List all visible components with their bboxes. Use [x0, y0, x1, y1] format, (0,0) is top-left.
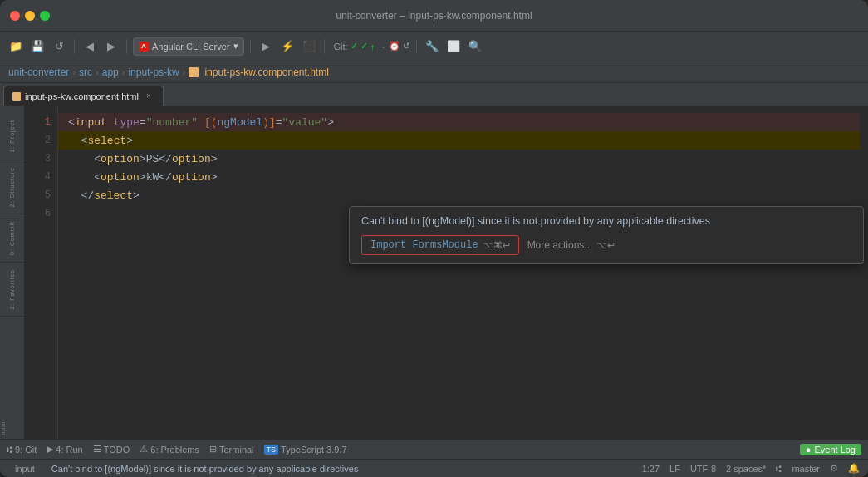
sidebar-section-project: 1: Project [0, 113, 24, 160]
build-icon[interactable]: ⚡ [278, 37, 297, 56]
more-actions-button[interactable]: More actions... ⌥↩ [527, 239, 615, 251]
code-indent [68, 135, 81, 147]
code-bracket3: > [126, 135, 133, 147]
bottom-right-status: 1:27 LF UTF-8 2 spaces* ⑆ master ⚙ 🔔 [642, 463, 860, 474]
dropdown-icon: ▾ [233, 41, 238, 52]
run-status[interactable]: ▶ 4: Run [47, 444, 82, 455]
code-close-bracket: > [327, 116, 334, 129]
indent-label[interactable]: 2 spaces* [726, 464, 766, 474]
sep1 [74, 39, 75, 54]
sidebar-npm-label[interactable]: npm [0, 418, 25, 439]
primary-kbd-hint: ⌥⌘↩ [483, 240, 510, 251]
code-space [107, 116, 114, 129]
main-area: 1: Project 2: Structure 0: Commit 2: Fav… [0, 106, 868, 439]
sep5 [416, 39, 417, 54]
typescript-status[interactable]: TS TypeScript 3.9.7 [264, 445, 347, 455]
error-popup-text: Can't bind to [(ngModel)] since it is no… [361, 215, 851, 227]
code-str-value: "value" [282, 116, 328, 129]
code-indent3 [68, 153, 94, 165]
left-sidebar: 1: Project 2: Structure 0: Commit 2: Fav… [0, 106, 25, 439]
breadcrumb-file[interactable]: input-ps-kw.component.html [204, 66, 328, 78]
minimize-button[interactable] [25, 11, 35, 21]
statusbar: ⑆ 9: Git ▶ 4: Run ☰ TODO ⚠ 6: Problems ⊞… [0, 439, 868, 459]
run-icon[interactable]: ▶ [257, 37, 275, 56]
code-line-3[interactable]: <option>PS</option> [58, 150, 860, 168]
git-status[interactable]: ⑆ 9: Git [7, 445, 37, 455]
notifications-icon[interactable]: 🔔 [848, 463, 860, 474]
breadcrumb-project[interactable]: unit-converter [8, 66, 69, 78]
error-popup: Can't bind to [(ngModel)] since it is no… [349, 206, 864, 264]
code-ps: PS [146, 153, 159, 165]
position-label[interactable]: 1:27 [642, 464, 660, 474]
code-b12: </ [81, 189, 95, 202]
code-option1-close: option [172, 153, 211, 165]
close-button[interactable] [10, 11, 20, 21]
problems-icon: ⚠ [140, 444, 148, 455]
sidebar-favorites-label[interactable]: 2: Favorites [9, 269, 15, 310]
import-formsmodule-button[interactable]: Import FormsModule ⌥⌘↩ [361, 235, 519, 255]
window-icon[interactable]: ⬜ [444, 37, 463, 56]
file-icon [189, 67, 199, 77]
sidebar-project-label[interactable]: 1: Project [9, 120, 15, 153]
code-attr-type: type [114, 116, 140, 129]
bottom-input-label: input [15, 464, 35, 474]
git-section: Git: ✓ ✓ ↑ → ⏰ ↺ [334, 41, 411, 52]
folder-icon[interactable]: 📁 [7, 37, 25, 56]
terminal-status[interactable]: ⊞ Terminal [209, 444, 254, 455]
refresh-icon[interactable]: ↺ [50, 37, 68, 56]
fwd-btn[interactable]: ▶ [102, 37, 120, 56]
code-b13: > [133, 189, 140, 202]
right-scrollbar[interactable] [860, 106, 868, 439]
code-b9: > [140, 171, 146, 184]
breadcrumb-input-ps-kw[interactable]: input-ps-kw [128, 66, 179, 78]
code-line-4[interactable]: <option>kW</option> [58, 168, 860, 186]
todo-icon: ☰ [93, 444, 101, 455]
line-number-2: 2 [25, 131, 57, 150]
active-tab[interactable]: input-ps-kw.component.html × [3, 86, 164, 106]
event-log-button[interactable]: ● Event Log [800, 444, 861, 455]
save-icon[interactable]: 💾 [28, 37, 47, 56]
encoding-label[interactable]: UTF-8 [690, 464, 716, 474]
sidebar-commit-label[interactable]: 0: Commit [9, 221, 15, 255]
code-lines[interactable]: <input type="number" [(ngModel)]="value"… [58, 106, 860, 439]
git-clock-icon: ⏰ [389, 41, 400, 52]
git-up-icon: ↑ [370, 42, 375, 52]
code-line-5[interactable]: </select> [58, 186, 860, 204]
vcs-label[interactable]: master [792, 464, 820, 474]
git-label: Git: [334, 42, 348, 52]
terminal-icon: ⊞ [209, 444, 217, 455]
tabbar: input-ps-kw.component.html × [0, 83, 868, 106]
editor-area: ⚠ 1 ⚠ 2 ∧ ∨ 1 2 3 4 5 6 [25, 106, 868, 439]
sidebar-section-commit: 0: Commit [0, 214, 24, 263]
sidebar-structure-label[interactable]: 2: Structure [9, 167, 15, 207]
git-check-icon: ✓ [351, 41, 358, 52]
code-indent5 [68, 189, 81, 202]
code-select-tag: select [87, 135, 126, 147]
angular-cli-label: Angular CLI Server [152, 42, 230, 52]
line-ending-label[interactable]: LF [669, 464, 680, 474]
settings-icon[interactable]: ⚙ [830, 463, 838, 474]
problems-status[interactable]: ⚠ 6: Problems [140, 444, 199, 455]
angular-icon: A [139, 42, 149, 52]
code-b4: < [94, 153, 101, 165]
breadcrumb-app[interactable]: app [102, 66, 119, 78]
git-status-label: 9: Git [15, 445, 37, 455]
search-icon[interactable]: 🔍 [466, 37, 484, 56]
code-line-1[interactable]: <input type="number" [(ngModel)]="value"… [58, 113, 860, 131]
titlebar: unit-converter – input-ps-kw.component.h… [0, 0, 868, 32]
code-option2-tag: option [101, 171, 140, 184]
maximize-button[interactable] [40, 11, 50, 21]
run-icon: ▶ [47, 444, 53, 455]
wrench-icon[interactable]: 🔧 [423, 37, 441, 56]
more-actions-label: More actions... [527, 239, 593, 251]
todo-status[interactable]: ☰ TODO [93, 444, 130, 455]
bottom-error-bar: input Can't bind to [(ngModel)] since it… [0, 459, 868, 477]
code-line-2[interactable]: <select> [58, 131, 860, 150]
code-eq2: = [276, 116, 282, 129]
stop-icon[interactable]: ⬛ [300, 37, 318, 56]
tab-close-button[interactable]: × [143, 91, 154, 102]
breadcrumb-src[interactable]: src [79, 66, 92, 78]
traffic-lights [10, 11, 50, 21]
angular-cli-button[interactable]: A Angular CLI Server ▾ [133, 37, 244, 56]
back-btn[interactable]: ◀ [81, 37, 99, 56]
